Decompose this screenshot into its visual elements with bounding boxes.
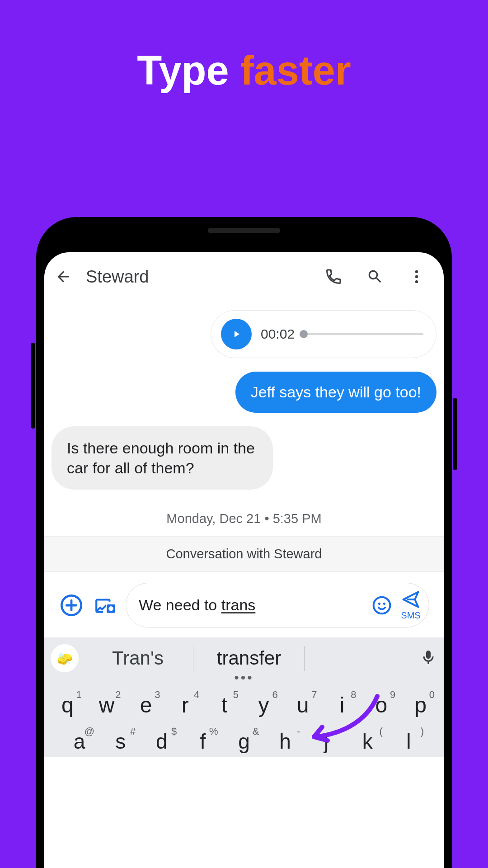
keyboard-app-button[interactable]: 🧽 [51,644,79,672]
keyboard-row-2: @a#s$d%f&g-h+j(k)l [44,721,444,757]
key-o[interactable]: 9o [361,689,401,721]
compose-row: We need to trans SMS [52,572,436,637]
contact-name[interactable]: Steward [86,267,314,287]
send-label: SMS [401,610,420,621]
key-t[interactable]: 5t [205,689,244,721]
keyboard: 🧽 Tran's transfer ••• 1q2w3e4r5t6y7u8i9o… [44,637,444,757]
key-d[interactable]: $d [141,726,182,757]
key-p[interactable]: 0p [401,689,440,721]
send-button[interactable]: SMS [401,590,421,621]
key-h[interactable]: -h [265,726,306,757]
key-w[interactable]: 2w [87,689,127,721]
key-y[interactable]: 6y [244,689,283,721]
suggestion-1[interactable]: Tran's [82,643,193,674]
gallery-button[interactable] [92,593,117,618]
eraser-icon: 🧽 [57,651,73,666]
play-icon [231,329,242,340]
message-row-received: Is there enough room in the car for all … [52,426,436,490]
svg-point-6 [383,603,385,605]
suggestion-2[interactable]: transfer [193,643,305,674]
key-k[interactable]: (k [347,726,388,757]
phone-power-button [453,398,457,470]
key-a[interactable]: @a [59,726,100,757]
search-icon [366,268,384,285]
phone-frame: Steward 00:02 [36,217,452,868]
smiley-icon [372,595,392,615]
conversation-area[interactable]: 00:02 Jeff says they will go too! Is the… [44,301,444,868]
headline-word2: faster [240,48,351,93]
emoji-button[interactable] [372,595,392,615]
key-e[interactable]: 3e [127,689,166,721]
sent-message[interactable]: Jeff says they will go too! [235,372,436,413]
svg-point-2 [415,280,418,283]
svg-point-5 [378,603,380,605]
phone-icon [325,268,342,285]
back-button[interactable] [49,262,78,291]
key-u[interactable]: 7u [283,689,323,721]
compose-input[interactable]: We need to trans SMS [126,583,429,627]
svg-point-4 [374,597,390,614]
phone-screen: Steward 00:02 [44,252,444,868]
compose-text-underlined: trans [221,596,256,613]
suggestion-bar: 🧽 Tran's transfer [44,637,444,676]
more-vert-icon [408,268,425,285]
arrow-left-icon [55,268,72,285]
plus-circle-icon [60,594,83,617]
microphone-icon [419,648,437,666]
key-q[interactable]: 1q [48,689,87,721]
key-l[interactable]: )l [388,726,429,757]
headline-word1: Type [137,48,229,93]
attach-button[interactable] [59,593,84,618]
voice-duration: 00:02 [261,326,295,342]
key-j[interactable]: +j [306,726,347,757]
voice-scrubber[interactable] [304,333,423,335]
key-s[interactable]: #s [100,726,141,757]
suggestion-3-empty[interactable] [305,643,416,674]
phone-volume-button [31,343,35,429]
key-g[interactable]: &g [223,726,264,757]
send-icon [401,590,421,609]
headline: Type faster [0,0,488,94]
appbar: Steward [44,252,444,301]
keyboard-row-1: 1q2w3e4r5t6y7u8i9o0p [44,684,444,721]
key-i[interactable]: 8i [323,689,362,721]
key-r[interactable]: 4r [165,689,205,721]
timestamp: Monday, Dec 21 • 5:35 PM [52,511,436,526]
voice-message[interactable]: 00:02 [211,310,436,358]
call-button[interactable] [319,262,348,291]
image-camera-icon [94,594,116,617]
message-row-sent: Jeff says they will go too! [52,372,436,413]
phone-top-bezel [44,225,444,252]
more-button[interactable] [402,262,431,291]
conversation-with-banner: Conversation with Steward [44,536,444,572]
voice-typing-button[interactable] [419,648,437,668]
svg-point-1 [415,275,418,278]
suggestion-expand[interactable]: ••• [44,676,444,684]
key-f[interactable]: %f [182,726,223,757]
compose-text[interactable]: We need to trans [139,596,366,614]
voice-message-row: 00:02 [52,310,436,358]
search-button[interactable] [361,262,389,291]
svg-point-0 [415,270,418,273]
compose-text-prefix: We need to [139,596,221,613]
received-message[interactable]: Is there enough room in the car for all … [52,426,273,490]
play-button[interactable] [221,319,252,349]
